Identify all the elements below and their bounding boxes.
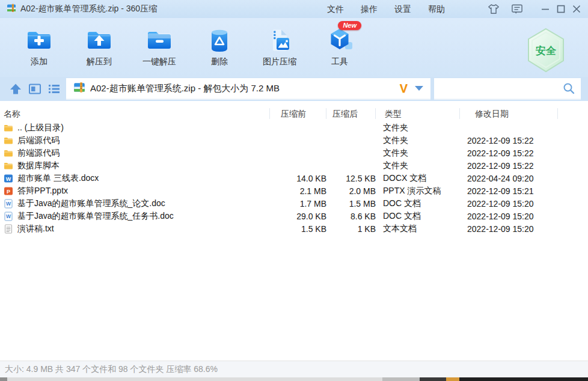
file-type: 文件夹 <box>376 123 460 133</box>
file-date: 2022-12-09 15:21 <box>460 186 558 196</box>
extract-to-button[interactable]: 解压到 <box>69 18 129 77</box>
menu-help[interactable]: 帮助 <box>420 0 453 18</box>
search-input[interactable] <box>434 78 562 99</box>
size-after: 12.5 KB <box>326 174 376 183</box>
size-after: 1.5 MB <box>326 199 376 209</box>
table-row[interactable]: 前端源代码 文件夹 2022-12-09 15:22 <box>0 147 588 159</box>
file-list-panel: 名称 压缩前 压缩后 类型 修改日期 .. (上级目录) 文件夹 后端源代码 文… <box>0 101 588 361</box>
file-name: 基于Java的超市账单管理系统_论文.doc <box>17 198 165 209</box>
doc-file-icon: W <box>4 212 13 221</box>
file-type: DOCX 文档 <box>376 173 460 184</box>
file-date: 2022-12-09 15:22 <box>460 136 558 145</box>
column-header-name[interactable]: 名称 <box>0 108 270 119</box>
table-row[interactable]: W基于Java的超市账单管理系统_论文.doc 1.7 MB 1.5 MB DO… <box>0 197 588 210</box>
column-header-type[interactable]: 类型 <box>376 108 460 119</box>
column-header-before[interactable]: 压缩前 <box>270 108 326 119</box>
list-view-icon[interactable] <box>47 82 61 96</box>
feedback-icon[interactable] <box>509 1 525 17</box>
size-after: 1 KB <box>326 224 376 234</box>
tools-button[interactable]: New 工具 <box>310 18 370 77</box>
folder-icon <box>4 161 13 171</box>
folder-icon <box>4 123 13 133</box>
table-row[interactable]: W基于Java的超市账单管理系统_任务书.doc 29.0 KB 8.6 KB … <box>0 210 588 222</box>
window-controls <box>486 0 584 18</box>
size-before: 29.0 KB <box>270 212 326 221</box>
file-date: 2022-12-09 15:22 <box>460 148 558 158</box>
txt-file-icon <box>4 224 13 234</box>
svg-text:W: W <box>6 201 11 207</box>
address-bar[interactable]: A02-超市账单管理系统.zip - 解包大小为 7.2 MB V <box>66 78 430 100</box>
table-row[interactable]: 演讲稿.txt 1.5 KB 1 KB 文本文档 2022-12-09 15:2… <box>0 222 588 235</box>
delete-label: 删除 <box>189 56 250 67</box>
docx-file-icon: W <box>4 174 13 183</box>
menu-file[interactable]: 文件 <box>319 0 352 18</box>
column-header-extra <box>558 108 588 119</box>
file-name: 数据库脚本 <box>17 160 60 171</box>
tools-label: 工具 <box>310 56 370 67</box>
minimize-button[interactable] <box>537 1 553 17</box>
table-row[interactable]: 后端源代码 文件夹 2022-12-09 15:22 <box>0 134 588 147</box>
file-date: 2022-12-09 15:20 <box>460 212 558 221</box>
svg-text:P: P <box>7 188 10 194</box>
file-type: 文本文档 <box>376 224 460 234</box>
file-name: 后端源代码 <box>17 135 60 146</box>
size-before: 1.7 MB <box>270 199 326 209</box>
file-type: 文件夹 <box>376 135 460 146</box>
file-name: 基于Java的超市账单管理系统_任务书.doc <box>17 211 174 222</box>
extract-to-label: 解压到 <box>69 56 129 67</box>
address-row: A02-超市账单管理系统.zip - 解包大小为 7.2 MB V <box>0 77 588 101</box>
one-click-extract-icon <box>145 26 174 55</box>
close-button[interactable] <box>569 1 584 17</box>
menubar: 文件 操作 设置 帮助 <box>319 0 453 18</box>
file-date: 2022-04-24 09:20 <box>460 174 558 183</box>
file-type: DOC 文档 <box>376 211 460 222</box>
up-directory-icon[interactable] <box>9 82 22 96</box>
column-header-modified[interactable]: 修改日期 <box>460 108 558 119</box>
one-click-extract-button[interactable]: 一键解压 <box>129 18 189 77</box>
archive-path-label: A02-超市账单管理系统.zip - 解包大小为 7.2 MB <box>90 83 280 94</box>
file-name: .. (上级目录) <box>17 123 64 133</box>
skin-theme-icon[interactable] <box>486 1 501 17</box>
add-label: 添加 <box>9 56 69 67</box>
file-name: 演讲稿.txt <box>17 224 54 234</box>
svg-text:W: W <box>6 175 11 181</box>
delete-trash-icon <box>205 26 234 55</box>
extract-to-folder-icon <box>85 26 114 55</box>
svg-text:W: W <box>6 213 11 219</box>
preview-pane-icon[interactable] <box>28 82 41 96</box>
menu-operation[interactable]: 操作 <box>352 0 386 18</box>
menu-settings[interactable]: 设置 <box>386 0 420 18</box>
pptx-file-icon: P <box>4 186 13 196</box>
security-badge-text: 安全 <box>536 45 557 56</box>
folder-icon <box>4 148 13 158</box>
size-before: 14.0 KB <box>270 174 326 183</box>
add-button[interactable]: 添加 <box>9 18 69 77</box>
image-compress-icon <box>265 26 294 55</box>
table-row[interactable]: 数据库脚本 文件夹 2022-12-09 15:22 <box>0 159 588 172</box>
doc-file-icon: W <box>4 199 13 209</box>
size-after: 8.6 KB <box>326 212 376 221</box>
maximize-button[interactable] <box>553 1 569 17</box>
v-logo: V <box>400 82 408 94</box>
table-row[interactable]: P答辩PPT.pptx 2.1 MB 2.0 MB PPTX 演示文稿 2022… <box>0 184 588 197</box>
table-row[interactable]: .. (上级目录) 文件夹 <box>0 121 588 134</box>
size-before: 1.5 KB <box>270 224 326 234</box>
file-name: 答辩PPT.pptx <box>17 186 68 197</box>
toolbar: 添加 解压到 一键解压 <box>0 18 588 77</box>
desktop-edge-strip <box>0 377 588 381</box>
folder-icon <box>4 136 13 145</box>
address-dropdown[interactable]: V <box>400 82 423 94</box>
table-row[interactable]: W超市账单 三线表.docx 14.0 KB 12.5 KB DOCX 文档 2… <box>0 172 588 184</box>
file-type: DOC 文档 <box>376 198 460 209</box>
delete-button[interactable]: 删除 <box>189 18 250 77</box>
column-header-after[interactable]: 压缩后 <box>326 108 376 119</box>
file-type: 文件夹 <box>376 160 460 171</box>
archive-small-icon <box>73 81 85 96</box>
security-safe-badge[interactable]: 安全 <box>525 28 566 73</box>
size-before: 2.1 MB <box>270 186 326 196</box>
new-badge: New <box>338 21 361 30</box>
search-icon[interactable] <box>562 82 575 95</box>
image-compress-button[interactable]: 图片压缩 <box>250 18 310 77</box>
table-header: 名称 压缩前 压缩后 类型 修改日期 <box>0 106 588 121</box>
security-shield-icon: 安全 <box>525 28 566 73</box>
